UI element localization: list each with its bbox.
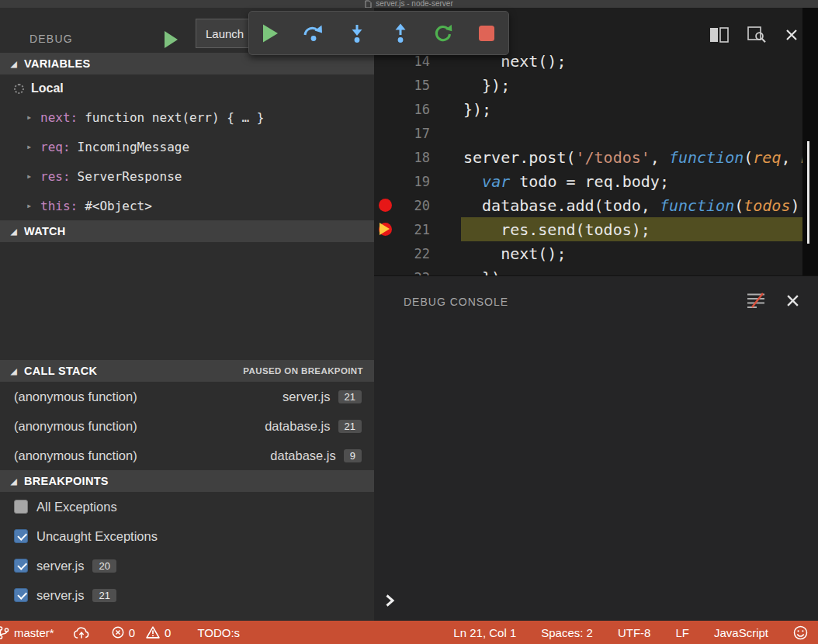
collapse-icon: ◢	[11, 227, 17, 236]
breakpoint-row[interactable]: Uncaught Exceptions	[0, 521, 374, 551]
breakpoint-gutter[interactable]	[374, 169, 396, 193]
code-line[interactable]: 20 database.add(todo, function(todos) {	[374, 193, 802, 217]
expand-icon[interactable]: ▸	[26, 200, 40, 211]
breakpoint-gutter[interactable]	[374, 265, 396, 275]
frame-name: (anonymous function)	[14, 390, 137, 404]
editor-actions	[709, 26, 798, 43]
breakpoint-gutter[interactable]	[374, 217, 396, 241]
close-console-button[interactable]	[786, 294, 799, 310]
warning-count: 0	[165, 626, 171, 639]
window-title: server.js - node-server	[376, 0, 452, 8]
code-line[interactable]: 18server.post('/todos', function(req, re…	[374, 145, 802, 169]
breakpoint-gutter[interactable]	[374, 73, 396, 97]
close-editor-button[interactable]	[785, 29, 798, 41]
code-line[interactable]: 17	[374, 121, 802, 145]
git-branch-icon	[0, 625, 9, 640]
branch-name: master*	[14, 626, 54, 639]
breakpoint-label: Uncaught Exceptions	[36, 529, 158, 544]
breakpoints-section-label: BREAKPOINTS	[24, 475, 109, 487]
code-area: 14 next();15 });16});1718server.post('/t…	[374, 49, 802, 275]
breakpoint-checkbox[interactable]	[14, 588, 28, 602]
breakpoint-row[interactable]: server.js21	[0, 580, 374, 610]
expand-icon[interactable]: ▸	[26, 141, 40, 152]
split-editor-button[interactable]	[709, 27, 729, 43]
problems-item[interactable]: 0	[112, 626, 135, 639]
step-over-button[interactable]	[296, 16, 331, 50]
warnings-item[interactable]: 0	[146, 626, 171, 639]
encoding-item[interactable]: UTF-8	[618, 626, 651, 639]
console-input-row[interactable]	[385, 594, 395, 611]
continue-button[interactable]	[254, 16, 288, 50]
breakpoint-row[interactable]: server.js20	[0, 551, 374, 580]
breakpoint-checkbox[interactable]	[14, 559, 28, 573]
error-count: 0	[129, 626, 135, 639]
variable-name: this:	[40, 199, 78, 213]
step-out-button[interactable]	[383, 16, 418, 50]
code-line[interactable]: 23 });	[374, 265, 802, 275]
scrollbar-thumb[interactable]	[807, 141, 809, 244]
open-preview-button[interactable]	[747, 26, 767, 43]
breakpoints-section-header[interactable]: ◢ BREAKPOINTS	[0, 470, 374, 492]
debug-panel-title: DEBUG	[29, 33, 73, 45]
clear-console-button[interactable]	[746, 292, 766, 312]
console-actions	[746, 292, 799, 312]
start-debug-icon[interactable]	[165, 31, 178, 48]
watch-section-label: WATCH	[24, 225, 66, 237]
breakpoint-checkbox[interactable]	[14, 529, 28, 543]
callstack-frame[interactable]: (anonymous function)database.js9	[0, 441, 374, 470]
code-line[interactable]: 22 next();	[374, 241, 802, 265]
cursor-position-item[interactable]: Ln 21, Col 1	[453, 626, 516, 639]
debug-console-panel: DEBUG CONSOLE	[374, 275, 818, 621]
breakpoint-gutter[interactable]	[374, 241, 396, 265]
scope-local-row[interactable]: Local	[0, 74, 374, 102]
line-number: 14	[396, 54, 430, 69]
feedback-button[interactable]	[793, 625, 808, 640]
callstack-section-header[interactable]: ◢ CALL STACK PAUSED ON BREAKPOINT	[0, 360, 374, 382]
variable-row[interactable]: ▸res:ServerResponse	[0, 161, 374, 191]
expand-icon[interactable]: ▸	[26, 171, 40, 182]
expand-icon[interactable]: ▸	[26, 112, 40, 123]
variables-section-header[interactable]: ◢ VARIABLES	[0, 53, 374, 74]
language-mode-item[interactable]: JavaScript	[714, 626, 768, 639]
clear-console-icon	[746, 292, 766, 309]
watch-section-header[interactable]: ◢ WATCH	[0, 220, 374, 242]
restart-button[interactable]	[426, 16, 460, 50]
callstack-frame[interactable]: (anonymous function)server.js21	[0, 382, 374, 411]
frame-location: database.js9	[270, 448, 362, 463]
breakpoint-gutter[interactable]	[374, 121, 396, 145]
todo-item[interactable]: TODO:s	[197, 626, 240, 639]
breakpoint-gutter[interactable]	[374, 97, 396, 121]
code-line[interactable]: 15 });	[374, 73, 802, 97]
breakpoint-gutter[interactable]	[374, 145, 396, 169]
breakpoint-line-badge: 21	[92, 589, 116, 602]
eol-item[interactable]: LF	[675, 626, 689, 639]
editor-scrollbar[interactable]	[802, 8, 818, 275]
line-number: 18	[396, 150, 430, 165]
breakpoint-row[interactable]: All Exceptions	[0, 492, 374, 521]
variable-row[interactable]: ▸next:function next(err) { … }	[0, 102, 374, 132]
breakpoint-checkbox[interactable]	[14, 500, 28, 514]
indentation-item[interactable]: Spaces: 2	[541, 626, 593, 639]
variables-section-label: VARIABLES	[24, 57, 90, 70]
step-out-icon	[390, 23, 411, 43]
publish-item[interactable]	[73, 626, 90, 639]
cloud-upload-icon	[73, 626, 90, 639]
status-bar-left: master* 0 0 TODO:s	[0, 621, 240, 644]
git-branch-item[interactable]: master*	[0, 625, 54, 640]
code-line[interactable]: 16});	[374, 97, 802, 121]
code-line[interactable]: 19 var todo = req.body;	[374, 169, 802, 193]
variable-row[interactable]: ▸this:#<Object>	[0, 191, 374, 220]
frame-name: (anonymous function)	[14, 448, 137, 463]
warning-icon	[146, 626, 160, 639]
stop-button[interactable]	[470, 16, 504, 50]
vscode-window: server.js - node-server DEBUG Launch ◢ V…	[0, 0, 818, 644]
frame-line-badge: 21	[338, 390, 362, 403]
status-bar: master* 0 0 TODO:s Ln 21, Col 1 Spaces: …	[0, 621, 818, 644]
callstack-frame[interactable]: (anonymous function)database.js21	[0, 411, 374, 441]
frame-line-badge: 21	[338, 420, 362, 433]
code-line[interactable]: 21 res.send(todos);	[374, 217, 802, 241]
step-into-button[interactable]	[340, 16, 374, 50]
line-number: 17	[396, 126, 430, 141]
variable-row[interactable]: ▸req:IncomingMessage	[0, 132, 374, 161]
breakpoint-gutter[interactable]	[374, 193, 396, 217]
